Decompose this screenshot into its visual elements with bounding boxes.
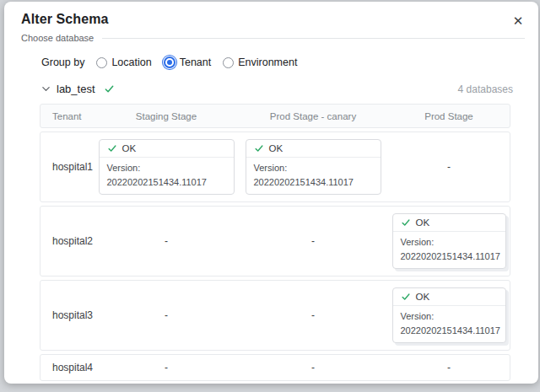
page-title: Alter Schema — [21, 12, 525, 27]
card-body: Version: 20220202151434.11017 — [393, 232, 505, 268]
card-status-row: OK — [246, 140, 381, 158]
version-value: 20220202151434.11017 — [401, 250, 498, 264]
status-card[interactable]: OK Version: 20220202151434.11017 — [392, 213, 506, 269]
status-badge: OK — [416, 292, 430, 302]
cell-staging: OK Version: 20220202151434.11017 — [93, 132, 240, 201]
radio-environment[interactable]: Environment — [223, 56, 297, 68]
divider — [102, 38, 525, 39]
cell-prod: - — [386, 154, 511, 180]
card-body: Version: 20220202151434.11017 — [246, 158, 381, 194]
group-by-label: Group by — [41, 56, 84, 68]
card-body: Version: 20220202151434.11017 — [100, 158, 234, 194]
empty-value: - — [311, 362, 315, 373]
check-icon — [401, 292, 411, 302]
table-row: hospital2 - - OK Version: 20220202151434… — [40, 206, 510, 277]
cell-prod: OK Version: 20220202151434.11017 — [386, 207, 511, 276]
radio-tenant-label: Tenant — [180, 56, 212, 68]
version-label: Version: — [401, 235, 498, 250]
status-badge: OK — [269, 143, 284, 153]
database-count: 4 databases — [458, 83, 513, 95]
tenant-name: hospital3 — [40, 303, 93, 328]
version-label: Version: — [254, 161, 373, 175]
radio-location[interactable]: Location — [96, 56, 151, 68]
database-group-name[interactable]: lab_test — [57, 83, 95, 95]
empty-value: - — [447, 161, 451, 173]
cell-prod-canary: - — [240, 355, 386, 380]
cell-staging: - — [93, 228, 240, 254]
cell-prod-canary: - — [240, 228, 386, 254]
cell-prod-canary: OK Version: 20220202151434.11017 — [240, 132, 386, 201]
status-badge: OK — [416, 217, 430, 228]
database-group-header: lab_test 4 databases — [40, 83, 513, 95]
radio-environment-label: Environment — [238, 56, 297, 68]
table-row: hospital1 OK Version: 20220202151434.110… — [40, 132, 510, 202]
tenant-name: hospital2 — [40, 228, 93, 254]
version-label: Version: — [107, 161, 226, 175]
radio-location-label: Location — [111, 56, 151, 68]
card-status-row: OK — [393, 288, 505, 306]
chevron-down-icon[interactable] — [40, 83, 51, 95]
check-icon — [254, 143, 264, 153]
col-header-tenant: Tenant — [40, 111, 93, 121]
card-status-row: OK — [393, 214, 505, 232]
version-label: Version: — [401, 309, 498, 324]
cell-staging: - — [93, 355, 240, 380]
empty-value: - — [447, 362, 451, 373]
status-card[interactable]: OK Version: 20220202151434.11017 — [99, 139, 235, 195]
version-value: 20220202151434.11017 — [254, 175, 373, 190]
table-row: hospital4 - - - — [40, 354, 510, 381]
close-icon[interactable]: ✕ — [508, 10, 528, 30]
status-card[interactable]: OK Version: 20220202151434.11017 — [246, 139, 381, 195]
check-icon — [401, 217, 411, 228]
cell-prod: - — [386, 355, 511, 380]
tenant-name: hospital1 — [40, 154, 93, 180]
alter-schema-dialog: Alter Schema Choose database ✕ Group by … — [4, 2, 538, 384]
radio-unchecked-icon[interactable] — [223, 57, 234, 68]
check-icon — [107, 143, 117, 153]
radio-tenant[interactable]: Tenant — [164, 56, 212, 68]
status-table: Tenant Staging Stage Prod Stage - canary… — [40, 104, 510, 381]
dialog-header: Alter Schema Choose database ✕ — [4, 2, 538, 43]
empty-value: - — [165, 309, 168, 321]
group-by-row: Group by Location Tenant Environment — [41, 56, 513, 68]
cell-staging: - — [93, 303, 240, 328]
version-value: 20220202151434.11017 — [107, 175, 226, 190]
version-value: 20220202151434.11017 — [401, 324, 498, 338]
col-header-staging: Staging Stage — [93, 111, 240, 121]
empty-value: - — [311, 309, 315, 321]
table-row: hospital3 - - OK Version: 20220202151434… — [40, 280, 510, 351]
card-status-row: OK — [100, 140, 234, 158]
cell-prod-canary: - — [240, 303, 386, 328]
empty-value: - — [165, 362, 168, 373]
col-header-prod-canary: Prod Stage - canary — [240, 111, 386, 121]
radio-checked-icon[interactable] — [164, 56, 176, 68]
status-badge: OK — [122, 143, 137, 153]
status-card[interactable]: OK Version: 20220202151434.11017 — [392, 287, 506, 343]
card-body: Version: 20220202151434.11017 — [393, 306, 505, 342]
empty-value: - — [311, 235, 315, 247]
radio-unchecked-icon[interactable] — [96, 57, 107, 68]
table-header: Tenant Staging Stage Prod Stage - canary… — [40, 104, 510, 128]
tenant-name: hospital4 — [40, 355, 93, 380]
subtitle-row: Choose database — [21, 33, 525, 43]
empty-value: - — [165, 235, 168, 247]
dialog-subtitle: Choose database — [21, 33, 94, 43]
check-icon — [104, 83, 115, 94]
col-header-prod: Prod Stage — [386, 111, 511, 121]
cell-prod: OK Version: 20220202151434.11017 — [386, 281, 511, 350]
